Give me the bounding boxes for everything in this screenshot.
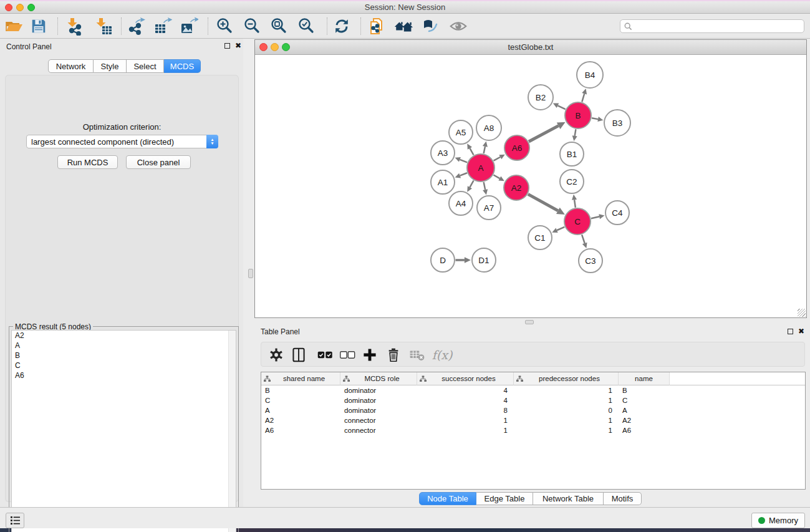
result-scrollbar[interactable] (228, 331, 236, 532)
result-item[interactable]: A2 (12, 331, 236, 341)
import-network-icon (65, 17, 84, 36)
zoom-traffic-light[interactable] (27, 4, 35, 11)
window-resize-grip[interactable] (798, 309, 806, 317)
edge-A-A6[interactable] (494, 157, 501, 161)
edge-A6-B[interactable] (529, 126, 559, 142)
table-cell: C (619, 395, 670, 405)
zoom-in-button[interactable] (215, 16, 236, 36)
delete-table-button[interactable] (407, 346, 427, 364)
criterion-dropdown[interactable]: largest connected component (directed) ▲… (26, 135, 218, 148)
criterion-value: largest connected component (directed) (31, 137, 206, 147)
save-session-button[interactable] (28, 16, 49, 36)
edge-C-C3[interactable] (582, 235, 585, 243)
show-hide-button[interactable] (448, 16, 469, 36)
zoom-traffic-light[interactable] (282, 43, 290, 51)
horizontal-divider-grip[interactable] (525, 320, 534, 324)
table-row[interactable]: A2connector11A2 (261, 415, 805, 425)
edge-B-B3[interactable] (592, 118, 598, 119)
table-row[interactable]: Bdominator41B (261, 385, 805, 395)
tab-edge-table[interactable]: Edge Table (476, 492, 533, 505)
edge-B-B4[interactable] (582, 94, 584, 102)
deselect-all-button[interactable] (337, 346, 357, 364)
edge-A-A2[interactable] (493, 175, 499, 179)
column-panel-button[interactable] (289, 346, 309, 364)
checkbox-unchecked-icon (339, 349, 355, 361)
result-item[interactable]: C (12, 360, 236, 370)
home-button[interactable] (393, 16, 414, 36)
close-panel-icon[interactable]: ✖ (235, 41, 241, 50)
tab-network[interactable]: Network (48, 59, 94, 73)
network-window-titlebar[interactable]: testGlobe.txt (255, 40, 806, 55)
node-table[interactable]: shared nameMCDS rolesuccessor nodesprede… (261, 372, 806, 490)
edge-A-A4[interactable] (470, 180, 473, 187)
control-panel-header: Control Panel ✖ (0, 39, 243, 55)
mcds-result-list[interactable]: A2ABCA6 (11, 330, 236, 532)
edge-A-A8[interactable] (484, 147, 485, 153)
tab-style[interactable]: Style (94, 59, 127, 73)
column-header-predecessor-nodes[interactable]: predecessor nodes (514, 372, 619, 385)
float-panel-icon[interactable] (788, 329, 793, 334)
zoom-out-button[interactable] (242, 16, 263, 36)
tab-mcds[interactable]: MCDS (164, 59, 201, 73)
minimize-traffic-light[interactable] (271, 43, 279, 51)
table-row[interactable]: A6connector11A6 (261, 425, 805, 435)
table-cell: dominator (340, 395, 417, 405)
result-item[interactable]: A (12, 341, 236, 351)
close-traffic-light[interactable] (259, 43, 268, 51)
select-all-button[interactable] (315, 346, 335, 364)
edge-B-B2[interactable] (557, 105, 565, 109)
edge-C-C4[interactable] (591, 216, 599, 218)
edge-A-A7[interactable] (484, 182, 485, 190)
tab-select[interactable]: Select (127, 59, 164, 73)
delete-column-button[interactable] (383, 346, 403, 364)
tab-node-table[interactable]: Node Table (419, 492, 476, 505)
open-session-button[interactable] (3, 16, 24, 36)
table-row[interactable]: Cdominator41C (261, 395, 805, 405)
table-row[interactable]: Adominator80A (261, 405, 805, 415)
edge-C-C2[interactable] (574, 200, 576, 208)
edge-arrowhead (483, 142, 488, 147)
edge-A-A5[interactable] (470, 148, 473, 155)
import-network-button[interactable] (64, 16, 85, 36)
function-builder-button[interactable]: f(x) (432, 346, 452, 364)
column-header-name[interactable]: name (619, 372, 670, 385)
network-canvas[interactable]: AA1A2A3A4A5A6A7A8BB1B2B3B4CC1C2C3C4DD1 (255, 55, 806, 317)
table-settings-button[interactable] (266, 346, 286, 364)
table-cell-filler (670, 415, 805, 425)
close-traffic-light[interactable] (5, 4, 12, 11)
edge-A2-C[interactable] (528, 194, 558, 210)
tab-network-table[interactable]: Network Table (533, 492, 604, 505)
column-header-MCDS-role[interactable]: MCDS role (340, 372, 417, 385)
create-column-button[interactable] (360, 346, 380, 364)
result-item[interactable]: B (12, 351, 236, 360)
minimize-traffic-light[interactable] (16, 4, 24, 11)
result-item[interactable]: A6 (12, 370, 236, 380)
vertical-divider-grip[interactable] (248, 269, 253, 278)
plus-icon (362, 347, 377, 362)
search-icon (624, 22, 632, 31)
export-table-button[interactable] (152, 16, 173, 36)
toggle-panel-button[interactable] (420, 16, 441, 36)
duplicate-network-button[interactable] (367, 16, 388, 36)
run-mcds-button[interactable]: Run MCDS (57, 155, 118, 169)
refresh-button[interactable] (331, 16, 352, 36)
column-header-shared-name[interactable]: shared name (261, 372, 340, 385)
export-network-button[interactable] (125, 16, 147, 36)
column-header-successor-nodes[interactable]: successor nodes (417, 372, 514, 385)
search-input[interactable] (620, 19, 804, 33)
memory-button[interactable]: Memory (751, 513, 805, 528)
zoom-selected-button[interactable] (296, 16, 317, 36)
close-panel-icon[interactable]: ✖ (798, 327, 804, 336)
edge-A-A1[interactable] (460, 173, 467, 175)
edge-B-B1[interactable] (575, 129, 576, 136)
task-history-button[interactable] (6, 513, 24, 528)
import-table-button[interactable] (93, 16, 114, 36)
float-panel-icon[interactable] (224, 43, 230, 49)
zoom-fit-button[interactable] (269, 16, 290, 36)
edge-A-A3[interactable] (460, 160, 467, 163)
export-image-button[interactable] (178, 16, 200, 36)
tab-motifs[interactable]: Motifs (604, 492, 642, 505)
close-panel-button[interactable]: Close panel (126, 155, 191, 169)
table-cell: 1 (514, 385, 619, 395)
edge-C-C1[interactable] (557, 227, 564, 230)
